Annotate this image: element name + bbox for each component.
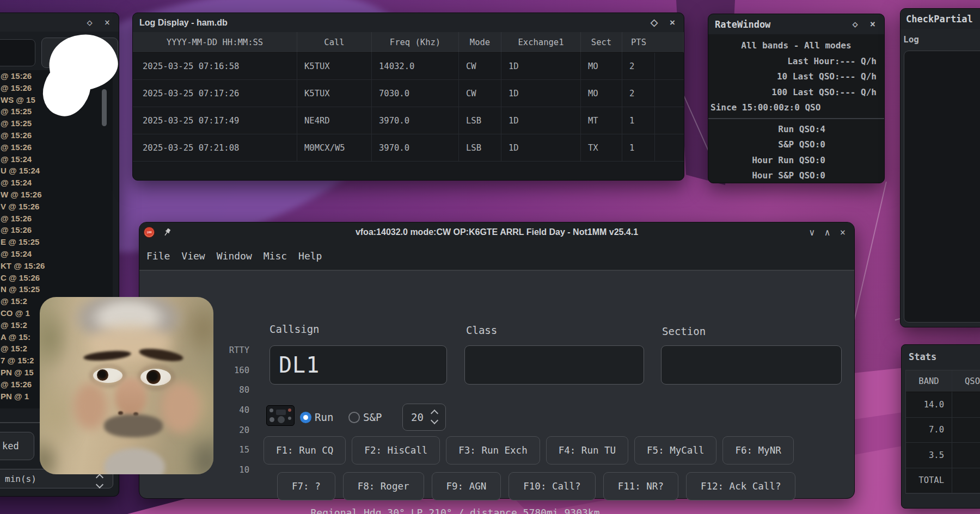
fkey-button[interactable]: F7: ? xyxy=(277,472,335,500)
check-partial-titlebar[interactable]: CheckPartial xyxy=(901,9,980,29)
close-icon[interactable]: × xyxy=(670,18,675,27)
cell-exchange[interactable]: 1D xyxy=(501,80,581,107)
band-item[interactable]: 40 xyxy=(216,400,249,420)
spot-entry[interactable]: U @ 15:24 xyxy=(0,165,113,177)
fkey-button[interactable]: F3: Run Exch xyxy=(446,436,540,465)
maximize-icon[interactable]: ◇ xyxy=(853,20,858,29)
spot-entry[interactable]: W @ 15:26 xyxy=(0,189,113,201)
band-item[interactable]: 20 xyxy=(216,420,249,440)
sp-radio[interactable] xyxy=(348,412,360,423)
cell-freq[interactable]: 7030.0 xyxy=(372,80,459,107)
fkey-button[interactable]: F4: Run TU xyxy=(546,436,628,465)
spot-entry[interactable]: E @ 15:25 xyxy=(0,236,113,248)
cell-call[interactable]: M0MCX/W5 xyxy=(297,134,372,162)
spinner-arrows-icon[interactable] xyxy=(432,408,437,423)
menu-item[interactable]: Help xyxy=(298,250,322,262)
fkey-button[interactable]: F11: NR? xyxy=(603,472,678,500)
rate-titlebar[interactable]: RateWindow ◇ × xyxy=(708,14,884,34)
column-header[interactable]: Call xyxy=(297,32,372,53)
close-icon[interactable]: × xyxy=(870,20,875,29)
column-header[interactable]: Mode xyxy=(459,32,501,53)
cell-freq[interactable]: 3970.0 xyxy=(372,107,459,134)
cell-exchange[interactable]: 1D xyxy=(501,134,581,162)
cell-mode[interactable]: CW xyxy=(459,80,501,107)
spot-entry[interactable]: @ 15:25 xyxy=(0,117,113,129)
minutes-label: min(s) xyxy=(5,474,36,484)
cell-sect[interactable]: MO xyxy=(581,80,622,107)
worked-button[interactable]: ked xyxy=(0,432,34,460)
main-titlebar[interactable]: 1MM vfoa:14032.0 mode:CW OP:K6GTE ARRL F… xyxy=(139,222,854,242)
spot-entry[interactable]: @ 15:26 xyxy=(0,141,113,153)
band-item[interactable]: 10 xyxy=(216,460,249,480)
band-item[interactable]: 15 xyxy=(216,440,249,460)
spot-entry[interactable]: @ 15:26 xyxy=(0,213,113,225)
fkey-button[interactable]: F2: HisCall xyxy=(352,436,440,465)
cell-exchange[interactable]: 1D xyxy=(501,53,581,80)
cell-sect[interactable]: TX xyxy=(581,134,622,162)
menu-item[interactable]: View xyxy=(181,250,205,262)
window-title: Log Display - ham.db xyxy=(139,18,228,28)
cell-datetime[interactable]: 2025-03-25 07:21:08 xyxy=(133,134,297,162)
spot-entry[interactable]: KT @ 15:26 xyxy=(0,260,113,272)
fkey-button[interactable]: F12: Ack Call? xyxy=(686,472,796,500)
band-item[interactable]: 80 xyxy=(216,380,249,400)
fkey-button[interactable]: F8: Roger xyxy=(343,472,424,500)
spot-entry[interactable]: N @ 15:25 xyxy=(0,283,113,295)
section-input[interactable] xyxy=(661,345,842,385)
cell-datetime[interactable]: 2025-03-25 07:16:58 xyxy=(133,53,297,80)
spot-entry[interactable]: C @ 15:26 xyxy=(0,272,113,284)
cell-call[interactable]: NE4RD xyxy=(297,107,372,134)
menu-item[interactable]: Misc xyxy=(264,250,287,262)
cell-mode[interactable]: CW xyxy=(459,53,501,80)
column-header[interactable]: Exchange1 xyxy=(501,32,581,53)
menu-item[interactable]: File xyxy=(146,250,170,262)
menu-item[interactable]: Window xyxy=(217,250,252,262)
close-icon[interactable]: × xyxy=(105,18,110,27)
fkey-button[interactable]: F10: Call? xyxy=(509,472,595,500)
spots-input[interactable] xyxy=(0,39,35,66)
cell-datetime[interactable]: 2025-03-25 07:17:26 xyxy=(133,80,297,107)
class-input[interactable] xyxy=(464,345,644,385)
cell-pts[interactable]: 2 xyxy=(622,53,655,80)
fkey-button[interactable]: F9: AGN xyxy=(432,472,501,500)
cell-mode[interactable]: LSB xyxy=(459,107,501,134)
callsign-input[interactable]: DL1 xyxy=(270,345,447,385)
cell-pts[interactable]: 1 xyxy=(622,107,655,134)
cell-datetime[interactable]: 2025-03-25 07:17:49 xyxy=(133,107,297,134)
spots-titlebar[interactable]: ◇ × xyxy=(0,13,119,32)
column-header[interactable]: YYYY-MM-DD HH:MM:SS xyxy=(133,32,297,53)
band-item[interactable]: RTTY xyxy=(216,340,249,361)
cell-call[interactable]: K5TUX xyxy=(297,53,372,80)
spot-entry[interactable]: V @ 15:26 xyxy=(0,201,113,213)
spot-entry[interactable]: @ 15:24 xyxy=(0,177,113,189)
maximize-icon[interactable]: ◇ xyxy=(87,18,93,27)
spot-entry[interactable]: @ 15:26 xyxy=(0,129,113,141)
spinner-arrows-icon[interactable] xyxy=(97,473,102,487)
fkey-button[interactable]: F5: MyCall xyxy=(634,436,716,465)
cell-freq[interactable]: 14032.0 xyxy=(372,53,459,80)
cell-exchange[interactable]: 1D xyxy=(501,107,581,134)
cell-sect[interactable]: MO xyxy=(581,53,622,80)
cell-empty xyxy=(655,134,684,162)
fkey-button[interactable]: F6: MyNR xyxy=(722,436,793,465)
cell-pts[interactable]: 1 xyxy=(622,134,655,162)
run-radio[interactable] xyxy=(300,412,311,423)
spot-entry[interactable]: @ 15:24 xyxy=(0,248,113,260)
band-item[interactable]: 160 xyxy=(216,361,249,381)
scrollbar-thumb[interactable] xyxy=(102,89,107,126)
fkey-button[interactable]: F1: Run CQ xyxy=(264,436,346,465)
check-partial-log-panel[interactable] xyxy=(904,51,980,323)
cell-pts[interactable]: 2 xyxy=(622,80,655,107)
column-header[interactable]: Sect xyxy=(581,32,622,53)
column-header[interactable]: Freq (Khz) xyxy=(372,32,459,53)
cell-freq[interactable]: 3970.0 xyxy=(372,134,459,162)
cell-sect[interactable]: MT xyxy=(581,107,622,134)
spot-entry[interactable]: @ 15:24 xyxy=(0,153,113,165)
cell-mode[interactable]: LSB xyxy=(459,134,501,162)
log-display-titlebar[interactable]: Log Display - ham.db ◇ × xyxy=(133,13,684,32)
column-header[interactable]: PTS xyxy=(622,32,655,53)
maximize-icon[interactable]: ◇ xyxy=(651,18,658,27)
spot-entry[interactable]: @ 15:26 xyxy=(0,224,113,236)
cell-call[interactable]: K5TUX xyxy=(297,80,372,107)
cq-repeat-spinner[interactable]: 20 xyxy=(402,404,446,431)
